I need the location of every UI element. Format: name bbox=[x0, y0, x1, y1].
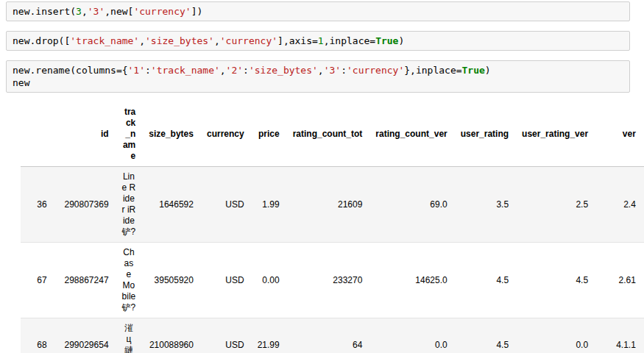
column-header: user_rating bbox=[454, 102, 515, 167]
table-cell: USD bbox=[200, 167, 251, 243]
table-cell: 21.99 bbox=[251, 318, 286, 353]
code-token: , bbox=[318, 65, 324, 76]
code-token: 'currency' bbox=[133, 6, 191, 17]
code-token: : bbox=[145, 65, 151, 76]
table-cell: 3.5 bbox=[454, 167, 515, 243]
column-header: track_name bbox=[116, 102, 143, 167]
table-row[interactable]: 36290807369Line Rider iRide铲?1646592USD1… bbox=[21, 167, 644, 243]
column-header bbox=[21, 102, 54, 167]
column-header: ver bbox=[595, 102, 643, 167]
code-token: ]) bbox=[191, 6, 203, 17]
code-token: '2' bbox=[226, 65, 243, 76]
code-line: new.insert(3,'3',new['currency']) bbox=[13, 5, 623, 18]
row-index: 68 bbox=[21, 318, 54, 353]
table-cell: 69.0 bbox=[369, 167, 453, 243]
code-token: , bbox=[220, 65, 226, 76]
code-token: 'size_bytes' bbox=[249, 65, 318, 76]
code-line: new bbox=[13, 76, 623, 89]
code-token: ,inplace= bbox=[324, 35, 375, 46]
row-index: 67 bbox=[21, 243, 54, 318]
code-token: True bbox=[375, 35, 398, 46]
code-token: ,new[ bbox=[105, 6, 133, 17]
row-index: 36 bbox=[21, 167, 54, 243]
code-token: : bbox=[243, 65, 249, 76]
table-cell: Chase Mobile铲? bbox=[116, 243, 143, 318]
code-cell-drop[interactable]: new.drop(['track_name','size_bytes','cur… bbox=[6, 31, 630, 51]
dataframe-body: 36290807369Line Rider iRide铲?1646592USD1… bbox=[21, 167, 644, 353]
code-token: '1' bbox=[128, 65, 145, 76]
table-cell: 2.4 bbox=[595, 167, 643, 243]
table-row[interactable]: 68299029654漼ц縺鎶?210088960USD21.99640.04.… bbox=[21, 318, 644, 353]
code-token: '3' bbox=[324, 65, 341, 76]
dataframe-output: idtrack_namesize_bytescurrencypriceratin… bbox=[21, 102, 631, 353]
code-line: new.rename(columns={'1':'track_name','2'… bbox=[13, 64, 623, 76]
column-header: price bbox=[251, 102, 286, 167]
table-cell: 0.0 bbox=[369, 318, 453, 353]
code-token: ) bbox=[485, 65, 491, 76]
table-cell: 2.5 bbox=[515, 167, 595, 243]
table-cell: 1646592 bbox=[142, 167, 200, 243]
code-token: 'currency' bbox=[220, 35, 277, 46]
table-cell: USD bbox=[200, 243, 251, 318]
dataframe-table: idtrack_namesize_bytescurrencypriceratin… bbox=[21, 102, 644, 353]
code-token: new bbox=[13, 77, 29, 88]
table-cell: 21609 bbox=[286, 167, 369, 243]
dataframe-head: idtrack_namesize_bytescurrencypriceratin… bbox=[21, 102, 644, 167]
column-header: size_bytes bbox=[142, 102, 200, 167]
column-header: currency bbox=[200, 102, 251, 167]
table-cell: 290807369 bbox=[54, 167, 116, 243]
table-cell: 39505920 bbox=[142, 243, 200, 318]
code-token: },inplace= bbox=[404, 65, 461, 76]
table-cell: USD bbox=[200, 318, 251, 353]
table-cell: 2.61 bbox=[595, 243, 643, 318]
column-header: rating_count_tot bbox=[286, 102, 369, 167]
code-token: ) bbox=[398, 35, 404, 46]
column-header: id bbox=[54, 102, 116, 167]
code-line: new.drop(['track_name','size_bytes','cur… bbox=[13, 35, 623, 47]
code-token: 'track_name' bbox=[70, 35, 139, 46]
code-token: : bbox=[341, 65, 347, 76]
code-token: , bbox=[82, 6, 88, 17]
table-cell: 1.99 bbox=[251, 167, 286, 243]
table-cell: 210088960 bbox=[142, 318, 200, 353]
code-token: True bbox=[462, 65, 485, 76]
table-cell: 0.00 bbox=[251, 243, 286, 318]
table-cell: 233270 bbox=[286, 243, 369, 318]
code-cell-rename[interactable]: new.rename(columns={'1':'track_name','2'… bbox=[6, 60, 630, 93]
table-row[interactable]: 67298867247Chase Mobile铲?39505920USD0.00… bbox=[21, 243, 644, 318]
header-row: idtrack_namesize_bytescurrencypriceratin… bbox=[21, 102, 644, 167]
table-cell: 4.5 bbox=[454, 318, 515, 353]
table-cell: 4.5 bbox=[454, 243, 515, 318]
table-cell: 漼ц縺鎶? bbox=[116, 318, 143, 353]
code-token: 3 bbox=[76, 6, 82, 17]
code-token: new.drop([ bbox=[13, 35, 70, 46]
code-token: ],axis= bbox=[277, 35, 318, 46]
table-cell: 299029654 bbox=[54, 318, 116, 353]
table-cell: 4.1.1 bbox=[595, 318, 643, 353]
table-cell: 4.5 bbox=[515, 243, 595, 318]
code-token: new.insert( bbox=[13, 6, 76, 17]
code-token: 'size_bytes' bbox=[145, 35, 214, 46]
code-token: 'track_name' bbox=[151, 65, 220, 76]
code-token: '3' bbox=[88, 6, 105, 17]
code-token: 'currency' bbox=[347, 65, 404, 76]
column-header: rating_count_ver bbox=[369, 102, 453, 167]
code-token: 1 bbox=[318, 35, 324, 46]
table-cell: 0.0 bbox=[515, 318, 595, 353]
column-header: user_rating_ver bbox=[515, 102, 595, 167]
table-cell: Line Rider iRide铲? bbox=[116, 167, 143, 243]
code-token: , bbox=[214, 35, 220, 46]
code-token: new.rename(columns={ bbox=[13, 65, 128, 76]
code-cell-insert[interactable]: new.insert(3,'3',new['currency']) bbox=[6, 1, 630, 21]
code-token: , bbox=[139, 35, 145, 46]
table-cell: 64 bbox=[286, 318, 369, 353]
table-cell: 14625.0 bbox=[369, 243, 453, 318]
table-cell: 298867247 bbox=[54, 243, 116, 318]
